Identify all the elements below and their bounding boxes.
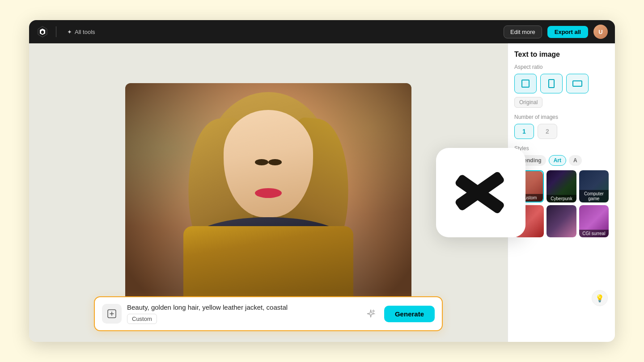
style-grid: Custom Cyberpunk Computer game: [514, 170, 609, 237]
style-cyberpunk-label: Cyberpunk: [547, 195, 576, 202]
style-computer-game[interactable]: Computer game: [579, 170, 609, 202]
square-icon: [521, 80, 530, 88]
aspect-ratio-label: Aspect ratio: [514, 64, 609, 70]
add-image-icon: [107, 309, 117, 319]
main-image: [125, 83, 411, 302]
num-images-row: 1 2: [514, 124, 609, 139]
styles-label: Styles: [514, 145, 609, 152]
style-cgi-surreal-label: CGI surreal: [579, 230, 609, 237]
canvas-area: Beauty, golden long hair, yellow leather…: [29, 43, 508, 342]
all-tools-button[interactable]: ✦ All tools: [64, 27, 99, 37]
all-tools-label: All tools: [75, 29, 95, 35]
sparkle-icon: [366, 309, 376, 319]
style-computer-game-label: Computer game: [579, 190, 609, 202]
num-2-button[interactable]: 2: [538, 124, 557, 139]
styles-tabs: Trending Art A: [514, 155, 609, 166]
sparkle-button[interactable]: [362, 305, 380, 323]
style-row2-2-img: [547, 205, 576, 237]
wand-icon: ✦: [67, 29, 72, 35]
face-oval: [224, 110, 313, 217]
aspect-square-button[interactable]: [514, 74, 537, 93]
style-tab-more[interactable]: A: [569, 155, 582, 166]
original-button[interactable]: Original: [514, 97, 542, 108]
lightbulb-button[interactable]: 💡: [592, 290, 608, 306]
logo: [36, 25, 49, 38]
prompt-bar: Beauty, golden long hair, yellow leather…: [94, 296, 443, 331]
panel-title: Text to image: [514, 51, 609, 59]
export-all-button[interactable]: Export all: [547, 26, 588, 38]
eye-left: [255, 159, 268, 165]
generate-button[interactable]: Generate: [384, 306, 435, 322]
edit-more-button[interactable]: Edit more: [504, 25, 542, 38]
top-nav: ✦ All tools Edit more Export all U: [29, 20, 615, 43]
jacket: [183, 226, 353, 298]
landscape-icon: [572, 80, 582, 87]
prompt-bar-wrapper: Beauty, golden long hair, yellow leather…: [94, 296, 443, 331]
add-image-button[interactable]: [102, 304, 122, 324]
style-tab-art[interactable]: Art: [549, 155, 566, 166]
app-window: ✦ All tools Edit more Export all U: [29, 20, 615, 342]
style-cgi-surreal[interactable]: CGI surreal: [579, 205, 609, 237]
main-content: Beauty, golden long hair, yellow leather…: [29, 43, 615, 342]
eye-right: [268, 159, 282, 165]
lips: [255, 188, 282, 198]
style-cyberpunk[interactable]: Cyberpunk: [547, 170, 576, 202]
aspect-landscape-button[interactable]: [566, 74, 589, 93]
prompt-text: Beauty, golden long hair, yellow leather…: [127, 303, 356, 311]
style-row2-2[interactable]: [547, 205, 576, 237]
num-1-button[interactable]: 1: [514, 124, 534, 139]
aspect-portrait-button[interactable]: [540, 74, 563, 93]
portrait-face: [197, 92, 340, 298]
portrait-icon: [548, 79, 555, 88]
num-images-label: Number of images: [514, 114, 609, 120]
prompt-actions: Generate: [362, 305, 435, 323]
capcut-logo-overlay: [436, 148, 525, 237]
aspect-ratio-row: [514, 74, 609, 93]
avatar[interactable]: U: [593, 25, 608, 39]
capcut-x-logo: [449, 161, 512, 224]
prompt-tag[interactable]: Custom: [127, 314, 157, 324]
prompt-text-area: Beauty, golden long hair, yellow leather…: [127, 303, 356, 324]
nav-divider: [56, 26, 56, 37]
